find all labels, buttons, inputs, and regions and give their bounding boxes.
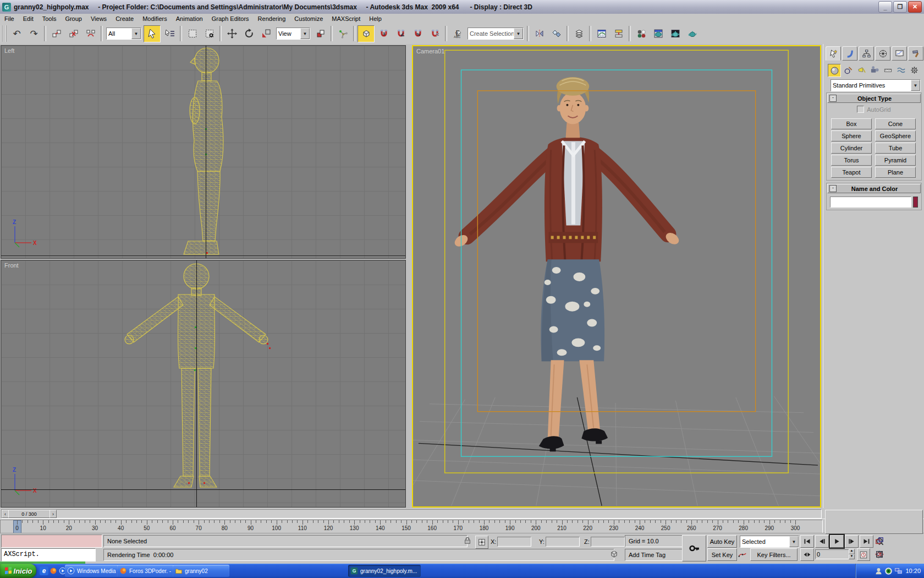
category-shapes[interactable] (842, 64, 854, 76)
title-bar[interactable]: G granny02_highpoly.max - Project Folder… (0, 0, 924, 14)
material-editor-button[interactable] (633, 26, 649, 42)
bind-to-space-warp-button[interactable] (82, 26, 98, 42)
menu-graph-editors[interactable]: Graph Editors (207, 15, 254, 23)
min-max-toggle-button[interactable] (873, 548, 886, 560)
task-windows-media-player[interactable]: Windows Media Player (65, 565, 119, 577)
category-space-warps[interactable] (895, 64, 907, 76)
align-button[interactable] (548, 26, 564, 42)
layer-manager-button[interactable] (571, 26, 587, 42)
panel-tab-motion[interactable] (875, 46, 890, 61)
task-foros-3dpoder-cre-[interactable]: Foros 3DPoder. - Cre... (117, 565, 174, 577)
collapse-icon[interactable]: - (829, 95, 837, 102)
quick-launch-internet-explorer[interactable]: e (40, 566, 48, 575)
spinner-snap-toggle-button[interactable] (427, 26, 443, 42)
maxscript-macro-recorder[interactable] (1, 535, 102, 548)
time-slider-handle[interactable]: 0 / 300 (8, 510, 50, 518)
select-and-link-button[interactable] (48, 26, 64, 42)
wireframe-side-figure[interactable]: Z X (1, 46, 405, 258)
select-and-scale-button[interactable] (258, 26, 274, 42)
edit-named-selection-sets-button[interactable]: {}ABC (449, 26, 465, 42)
quick-launch-firefox[interactable] (49, 566, 58, 575)
object-color-swatch[interactable] (913, 197, 918, 208)
camera-view-render[interactable] (413, 46, 820, 506)
panel-tab-display[interactable] (892, 46, 907, 61)
close-button[interactable]: ✕ (908, 1, 922, 13)
cone-button[interactable]: Cone (875, 118, 916, 129)
selected-filter-dropdown[interactable]: Selected ▼ (740, 536, 799, 548)
task-granny02-highpoly-m-[interactable]: Ggranny02_highpoly.m... (348, 565, 421, 577)
menu-maxscript[interactable]: MAXScript (327, 15, 365, 23)
select-and-rotate-button[interactable] (241, 26, 257, 42)
wireframe-front-figure[interactable]: Z X (1, 260, 405, 507)
angle-snap-toggle-button[interactable] (393, 26, 409, 42)
z-coordinate-field[interactable] (591, 537, 625, 547)
task-granny02[interactable]: granny02 (173, 565, 229, 577)
reference-coordinate-system-dropdown[interactable]: View▼ (276, 28, 310, 40)
x-coordinate-field[interactable] (497, 537, 531, 547)
object-class-dropdown[interactable]: Standard Primitives ▼ (831, 79, 921, 91)
new-key-curve-icon[interactable] (738, 550, 747, 559)
teapot-button[interactable]: Teapot (831, 167, 872, 178)
use-pivot-point-center-button[interactable] (312, 26, 328, 42)
panel-tab-hierarchy[interactable] (859, 46, 874, 61)
y-coordinate-field[interactable] (546, 537, 580, 547)
chevron-down-icon[interactable]: ▼ (131, 28, 141, 39)
menu-rendering[interactable]: Rendering (254, 15, 290, 23)
maxscript-mini-listener[interactable]: AXScript. (1, 548, 96, 561)
panel-tab-utilities[interactable] (908, 46, 923, 61)
menu-tools[interactable]: Tools (38, 15, 61, 23)
quick-render-button[interactable] (684, 26, 700, 42)
rendered-frame-window-button[interactable] (667, 26, 683, 42)
tray-antivirus-icon[interactable] (884, 567, 893, 575)
sphere-button[interactable]: Sphere (831, 130, 872, 141)
chevron-down-icon[interactable]: ▼ (911, 80, 920, 91)
play-button[interactable] (830, 535, 844, 548)
pyramid-button[interactable]: Pyramid (875, 155, 916, 166)
select-by-name-button[interactable] (162, 26, 178, 42)
select-and-manipulate-button[interactable] (335, 26, 351, 42)
undo-button[interactable]: ↶ (9, 26, 25, 42)
object-type-rollout-header[interactable]: - Object Type (827, 94, 921, 103)
snaps-toggle-3d-button[interactable]: 3 (376, 26, 392, 42)
snaps-toggle-button[interactable] (358, 25, 375, 42)
select-object-button[interactable] (144, 25, 161, 42)
add-time-tag[interactable]: Add Time Tag (625, 549, 684, 561)
named-selection-sets-dropdown[interactable]: Create Selection Set▼ (468, 28, 524, 40)
menu-animation[interactable]: Animation (172, 15, 207, 23)
key-filters-button[interactable]: Key Filters... (750, 548, 798, 561)
viewport-front-label[interactable]: Front (4, 262, 19, 269)
viewport-camera-label[interactable]: Camera01 (416, 48, 444, 54)
time-configuration-button[interactable] (857, 548, 870, 561)
category-lights[interactable] (855, 64, 867, 76)
time-slider-track[interactable]: ‹ 0 / 300 › (1, 509, 822, 519)
select-and-move-button[interactable] (224, 26, 240, 42)
selection-filter-dropdown[interactable]: All▼ (106, 28, 141, 40)
key-mode-toggle-button[interactable] (800, 548, 814, 561)
menu-modifiers[interactable]: Modifiers (138, 15, 172, 23)
category-systems[interactable] (908, 64, 920, 76)
next-frame-button[interactable] (845, 535, 859, 548)
time-step-forward-button[interactable]: › (50, 510, 57, 518)
box-button[interactable]: Box (831, 118, 872, 129)
menu-edit[interactable]: Edit (19, 15, 38, 23)
chevron-down-icon[interactable]: ▼ (300, 28, 310, 39)
set-keys-button[interactable] (682, 535, 706, 561)
menu-views[interactable]: Views (86, 15, 111, 23)
chevron-down-icon[interactable]: ▼ (789, 536, 799, 547)
torus-button[interactable]: Torus (831, 155, 872, 166)
percent-snap-toggle-button[interactable]: % (410, 26, 426, 42)
autogrid-checkbox[interactable] (857, 106, 864, 113)
set-key-button[interactable]: Set Key (707, 548, 737, 561)
chevron-down-icon[interactable]: ▼ (514, 28, 523, 39)
rectangular-selection-region-button[interactable] (184, 26, 200, 42)
menu-group[interactable]: Group (61, 15, 86, 23)
start-button[interactable]: Inicio (0, 564, 36, 578)
tray-network-icon[interactable] (894, 567, 903, 575)
auto-key-button[interactable]: Auto Key (707, 535, 737, 548)
plane-button[interactable]: Plane (875, 167, 916, 178)
category-cameras[interactable] (868, 64, 881, 76)
current-frame-field[interactable] (815, 549, 850, 559)
curve-editor-button[interactable] (593, 26, 609, 42)
track-bar-ruler[interactable]: 0102030405060708090100110120130140150160… (0, 520, 823, 534)
go-to-start-button[interactable] (800, 535, 814, 548)
